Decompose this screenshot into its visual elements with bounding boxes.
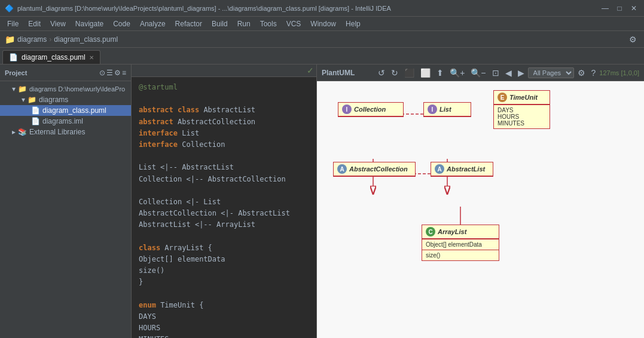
nav-settings-button[interactable]: ⚙ (627, 33, 639, 45)
code-line: List <|-- AbstractList (139, 162, 234, 173)
menu-item-run[interactable]: Run (233, 19, 255, 29)
close-button[interactable]: ✕ (628, 3, 639, 14)
menu-item-window[interactable]: Window (306, 19, 341, 29)
sidebar-settings-button[interactable]: ⚙ (114, 69, 121, 77)
tree-folder-icon: 📁 (18, 85, 27, 93)
code-line: MINUTES (139, 334, 169, 338)
uml-box-collection: I Collection (338, 102, 404, 117)
timeunit-days: DAYS (498, 107, 546, 113)
code-line: AbstractCollection <|- AbstractList (139, 208, 290, 219)
tree-item-label: External Libraries (29, 128, 85, 136)
sidebar-collapse-button[interactable]: ☰ (106, 69, 113, 77)
code-classname: List (182, 128, 199, 139)
menu-item-help[interactable]: Help (341, 19, 365, 29)
reload-button[interactable]: ↻ (389, 67, 401, 79)
abstractlist-name: AbstractList (447, 165, 485, 173)
arrows-svg (317, 81, 616, 320)
diagram-pane: PlantUML ↺ ↻ ⬛ ⬜ ⬆ 🔍+ 🔍− ⊡ ◀ ▶ All Pages (317, 64, 644, 338)
diagram-panel-title: PlantUML (322, 69, 355, 77)
code-classname: AbstractCollection (178, 116, 255, 128)
code-keyword: abstract (139, 116, 178, 128)
timeunit-minutes: MINUTES (498, 120, 546, 127)
tab-diagram-class[interactable]: 📄 diagram_class.puml ✕ (2, 50, 100, 64)
code-classname: AbstractList (203, 105, 255, 116)
tree-item-diagrams[interactable]: ▾ 📁 diagrams (0, 94, 131, 105)
menubar: FileEditViewNavigateCodeAnalyzeRefactorB… (0, 17, 644, 31)
tree-item-label: diagrams (39, 96, 68, 104)
timing-label: 127ms [1,0,0] (599, 69, 639, 76)
help-button[interactable]: ? (589, 67, 599, 79)
arraylist-badge: C (426, 227, 435, 236)
timeunit-hours: HOURS (498, 113, 546, 120)
zoom-fit-button[interactable]: ⊡ (490, 67, 502, 79)
sidebar-sync-button[interactable]: ⊙ (99, 69, 105, 77)
tree-expand-icon: ▾ (22, 96, 25, 104)
tree-item-root[interactable]: ▾ 📁 diagrams D:\home\wurly\IdeaPro (0, 84, 131, 94)
sidebar-gear-button[interactable]: ≡ (122, 69, 126, 77)
tree-item-external-libraries[interactable]: ▸ 📚 External Libraries (0, 127, 131, 137)
tree-item-diagram-class[interactable]: 📄 diagram_class.puml (0, 105, 131, 116)
arraylist-size: size() (422, 250, 499, 260)
abstractlist-badge: A (435, 164, 444, 174)
arraylist-name: ArrayList (438, 228, 466, 235)
menu-item-edit[interactable]: Edit (23, 19, 45, 29)
save-as-button[interactable]: ⬜ (418, 67, 433, 79)
zoom-back-button[interactable]: ◀ (503, 67, 514, 79)
code-keyword: class (178, 105, 203, 116)
arraylist-elementdata: Object[] elementData (426, 241, 495, 248)
uml-box-abstractcollection: A AbstractCollection (333, 162, 416, 177)
sidebar: Project ⊙ ☰ ⚙ ≡ ▾ 📁 diagrams D:\home\wur… (0, 64, 132, 338)
folder-nav-icon: 📁 (5, 35, 15, 44)
zoom-forward-button[interactable]: ▶ (515, 67, 527, 79)
tree-file-icon: 📄 (31, 106, 40, 115)
editor-content[interactable]: @startuml abstract class AbstractList ab… (132, 77, 316, 338)
code-line: HOURS (139, 322, 160, 334)
menu-item-view[interactable]: View (45, 19, 71, 29)
breadcrumb-file[interactable]: diagram_class.puml (54, 35, 118, 44)
code-classname: Collection (182, 139, 225, 150)
menu-item-build[interactable]: Build (207, 19, 233, 29)
tree-item-label: diagram_class.puml (42, 106, 106, 115)
check-icon: ✓ (307, 66, 314, 75)
menu-item-navigate[interactable]: Navigate (71, 19, 108, 29)
menu-item-file[interactable]: File (2, 19, 23, 29)
editor-toolbar: ✓ (132, 64, 316, 77)
menu-item-analyze[interactable]: Analyze (135, 19, 170, 29)
diagram-settings-button[interactable]: ⚙ (575, 67, 588, 79)
refresh-button[interactable]: ↺ (376, 67, 387, 79)
save-button[interactable]: ⬛ (402, 67, 417, 79)
tab-close-button[interactable]: ✕ (89, 54, 94, 61)
zoom-in-button[interactable]: 🔍+ (447, 67, 467, 79)
tree-expand-icon: ▾ (12, 85, 16, 93)
code-keyword: enum (139, 300, 160, 311)
code-line: Collection <|- List (139, 196, 221, 208)
menu-item-tools[interactable]: Tools (255, 19, 282, 29)
app-icon: 🔷 (5, 4, 14, 13)
timeunit-badge: E (498, 93, 507, 102)
menu-item-vcs[interactable]: VCS (282, 19, 306, 29)
minimize-button[interactable]: — (600, 3, 611, 14)
code-line: ArrayList { (164, 242, 212, 254)
tree-lib-icon: 📚 (18, 128, 27, 136)
code-line: size() (139, 265, 164, 276)
page-selector[interactable]: All Pages (528, 67, 574, 78)
menu-item-code[interactable]: Code (108, 19, 135, 29)
tree-item-diagrams-iml[interactable]: 📄 diagrams.iml (0, 116, 131, 127)
code-line: TimeUnit { (160, 300, 203, 311)
breadcrumb-diagrams[interactable]: diagrams (17, 35, 47, 44)
code-keyword: interface (139, 139, 182, 150)
window-title: plantuml_diagrams [D:\home\wurly\IdeaPro… (17, 5, 600, 12)
maximize-button[interactable]: □ (614, 3, 625, 14)
project-tree: ▾ 📁 diagrams D:\home\wurly\IdeaPro ▾ 📁 d… (0, 81, 131, 338)
tree-file-icon: 📄 (31, 117, 40, 125)
sidebar-title: Project (5, 69, 97, 76)
sidebar-header: Project ⊙ ☰ ⚙ ≡ (0, 64, 131, 81)
tree-item-label: diagrams D:\home\wurly\IdeaPro (29, 85, 125, 93)
diagram-canvas: I Collection I List E (317, 81, 644, 338)
abstractcollection-name: AbstractCollection (349, 165, 408, 173)
menu-item-refactor[interactable]: Refactor (170, 19, 207, 29)
zoom-out-button[interactable]: 🔍− (468, 67, 488, 79)
diagram-toolbar: ↺ ↻ ⬛ ⬜ ⬆ 🔍+ 🔍− ⊡ ◀ ▶ All Pages ⚙ (376, 67, 639, 79)
abstractcollection-badge: A (337, 164, 347, 174)
export-button[interactable]: ⬆ (434, 67, 446, 79)
